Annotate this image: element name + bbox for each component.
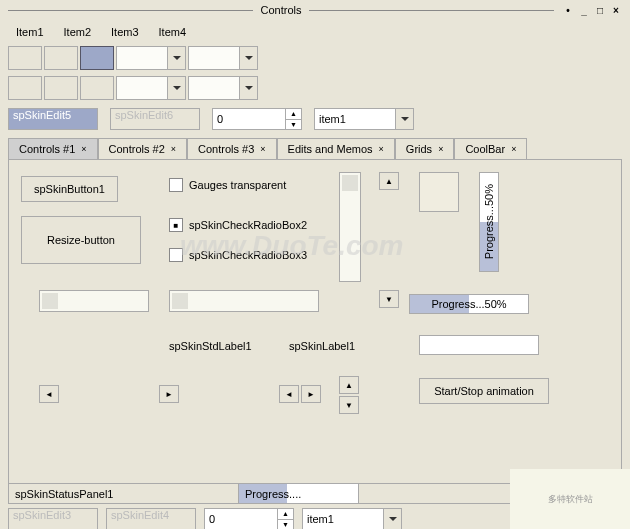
radio3-checkbox[interactable]: spSkinCheckRadioBox3 <box>169 248 307 262</box>
text-field[interactable] <box>419 335 539 355</box>
toolbar-button[interactable] <box>8 46 42 70</box>
tab-close-icon[interactable]: × <box>379 144 384 154</box>
spinner-input[interactable]: 0 ▲▼ <box>204 508 294 529</box>
status-progress: Progress.... <box>239 484 359 503</box>
skin-edit4-input: spSkinEdit4 <box>106 508 196 529</box>
checkbox-label: spSkinCheckRadioBox2 <box>189 219 307 231</box>
skin-edit5-input[interactable]: spSkinEdit5 <box>8 108 98 130</box>
arrow-right-button[interactable]: ► <box>301 385 321 403</box>
arrow-left-button[interactable]: ◄ <box>39 385 59 403</box>
combo-value: item1 <box>319 113 346 125</box>
menu-item3[interactable]: Item3 <box>103 24 147 40</box>
spinner-up-icon[interactable]: ▲ <box>285 109 301 120</box>
arrow-left-button[interactable]: ◄ <box>279 385 299 403</box>
toolbar-button-selected[interactable] <box>80 46 114 70</box>
tab-edits[interactable]: Edits and Memos× <box>277 138 395 159</box>
status-bar: spSkinStatusPanel1 Progress.... <box>8 484 622 504</box>
checkbox-icon[interactable] <box>169 178 183 192</box>
vertical-slider[interactable] <box>339 172 361 282</box>
tab-controls1[interactable]: Controls #1× <box>8 138 98 159</box>
tab-bar: Controls #1× Controls #2× Controls #3× E… <box>0 138 630 159</box>
close-icon[interactable]: × <box>610 4 622 16</box>
skin-edit6-input: spSkinEdit6 <box>110 108 200 130</box>
checkbox-icon[interactable] <box>169 248 183 262</box>
vertical-progress: Progress...50% <box>479 172 499 272</box>
toolbar-combo[interactable] <box>116 46 186 70</box>
checkbox-icon[interactable] <box>169 218 183 232</box>
gauges-checkbox[interactable]: Gauges transparent <box>169 178 286 192</box>
window-title: Controls <box>253 4 310 16</box>
toolbar-combo[interactable] <box>188 46 258 70</box>
horizontal-slider-2[interactable] <box>169 290 319 312</box>
toolbar-button[interactable] <box>44 76 78 100</box>
chevron-down-icon[interactable] <box>167 47 185 69</box>
tab-grids[interactable]: Grids× <box>395 138 455 159</box>
static-panel <box>419 172 459 212</box>
item-combo[interactable]: item1 <box>314 108 414 130</box>
chevron-down-icon[interactable] <box>239 77 257 99</box>
chevron-down-icon[interactable] <box>383 509 401 529</box>
titlebar: Controls • _ □ × <box>0 0 630 20</box>
horizontal-slider-1[interactable] <box>39 290 149 312</box>
menu-item2[interactable]: Item2 <box>56 24 100 40</box>
start-stop-button[interactable]: Start/Stop animation <box>419 378 549 404</box>
spinner-down-icon[interactable]: ▼ <box>277 520 293 530</box>
toolbar-button[interactable] <box>8 76 42 100</box>
combo-value: item1 <box>307 513 334 525</box>
tab-close-icon[interactable]: × <box>81 144 86 154</box>
toolbar-combo[interactable] <box>116 76 186 100</box>
checkbox-label: spSkinCheckRadioBox3 <box>189 249 307 261</box>
toolbar-combo[interactable] <box>188 76 258 100</box>
arrow-down-button[interactable]: ▼ <box>339 396 359 414</box>
input-row: spSkinEdit5 spSkinEdit6 0 ▲▼ item1 <box>0 104 630 134</box>
menu-item1[interactable]: Item1 <box>8 24 52 40</box>
tab-close-icon[interactable]: × <box>260 144 265 154</box>
arrow-up-button[interactable]: ▲ <box>339 376 359 394</box>
arrow-down-button[interactable]: ▼ <box>379 290 399 308</box>
item-combo[interactable]: item1 <box>302 508 402 529</box>
chevron-down-icon[interactable] <box>395 109 413 129</box>
menu-item4[interactable]: Item4 <box>151 24 195 40</box>
toolbar-row-2 <box>0 74 630 102</box>
toolbar-button[interactable] <box>44 46 78 70</box>
maximize-icon[interactable]: □ <box>594 4 606 16</box>
tab-close-icon[interactable]: × <box>511 144 516 154</box>
chevron-down-icon[interactable] <box>239 47 257 69</box>
tab-coolbar[interactable]: CoolBar× <box>454 138 527 159</box>
tab-close-icon[interactable]: × <box>438 144 443 154</box>
status-empty <box>359 484 621 503</box>
status-panel1: spSkinStatusPanel1 <box>9 484 239 503</box>
arrow-up-button[interactable]: ▲ <box>379 172 399 190</box>
skin-label: spSkinLabel1 <box>289 340 355 352</box>
skin-edit3-input: spSkinEdit3 <box>8 508 98 529</box>
skin-button1[interactable]: spSkinButton1 <box>21 176 118 202</box>
spinner-value[interactable]: 0 <box>205 509 277 529</box>
radio2-checkbox[interactable]: spSkinCheckRadioBox2 <box>169 218 307 232</box>
std-label: spSkinStdLabel1 <box>169 340 252 352</box>
spinner-down-icon[interactable]: ▼ <box>285 120 301 130</box>
bottom-row: spSkinEdit3 spSkinEdit4 0 ▲▼ item1 <box>0 504 630 529</box>
spinner-up-icon[interactable]: ▲ <box>277 509 293 520</box>
resize-button[interactable]: Resize-button <box>21 216 141 264</box>
checkbox-label: Gauges transparent <box>189 179 286 191</box>
horizontal-progress: Progress...50% <box>409 294 529 314</box>
tab-controls2[interactable]: Controls #2× <box>98 138 188 159</box>
chevron-down-icon[interactable] <box>167 77 185 99</box>
tab-controls3[interactable]: Controls #3× <box>187 138 277 159</box>
toolbar-button[interactable] <box>80 76 114 100</box>
menu-bar: Item1 Item2 Item3 Item4 <box>0 20 630 44</box>
spinner-value[interactable]: 0 <box>213 109 285 129</box>
tab-close-icon[interactable]: × <box>171 144 176 154</box>
arrow-right-button[interactable]: ► <box>159 385 179 403</box>
minimize-icon[interactable]: _ <box>578 4 590 16</box>
toolbar-row-1 <box>0 44 630 72</box>
spinner-input[interactable]: 0 ▲▼ <box>212 108 302 130</box>
tab-content: spSkinButton1 Resize-button Gauges trans… <box>8 159 622 484</box>
roll-icon[interactable]: • <box>562 4 574 16</box>
